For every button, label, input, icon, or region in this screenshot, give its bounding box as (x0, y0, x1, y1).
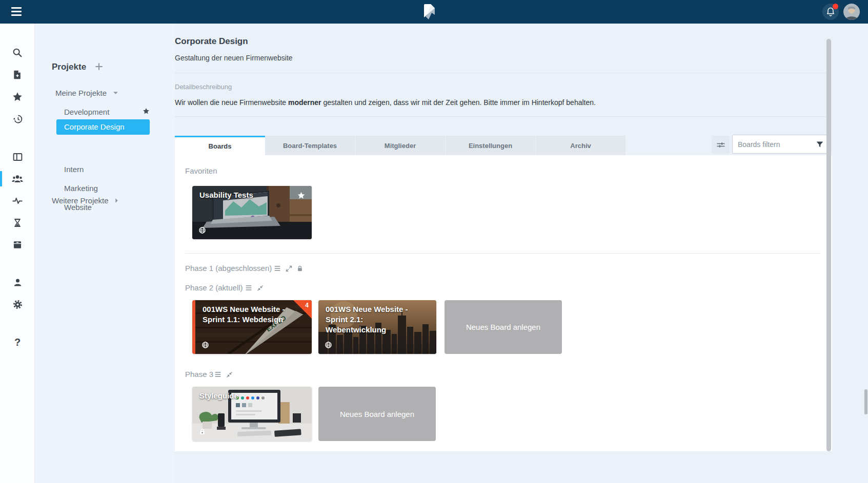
board-tabs: Boards Board-Templates Mitglieder Einste… (175, 136, 626, 155)
favorites-star-icon[interactable] (10, 89, 25, 104)
history-icon[interactable] (10, 111, 25, 127)
new-board-button-phase2[interactable]: Neues Board anlegen (445, 300, 562, 354)
filter-funnel-icon[interactable] (815, 140, 824, 149)
tab-archiv[interactable]: Archiv (536, 136, 626, 155)
menu-icon[interactable] (11, 7, 22, 16)
section-label-favoriten: Favoriten (185, 166, 217, 175)
list-icon[interactable] (214, 370, 222, 379)
project-description: Wir wollen die neue Firmenwebsite modern… (175, 98, 596, 107)
pin-logo (422, 4, 436, 20)
collapse-icon[interactable] (226, 371, 233, 379)
board-card-title: 001WS Neue Website - Sprint 2.1: Webentw… (326, 304, 423, 335)
phase3-header-icons (214, 370, 233, 379)
active-rail-indicator (0, 171, 2, 186)
icon-rail: ? (0, 24, 35, 483)
search-icon[interactable] (10, 45, 25, 60)
archive-icon[interactable] (10, 237, 25, 253)
notification-bell-button[interactable] (822, 4, 839, 20)
sidebar-item-corporate-design[interactable]: Corporate Design (56, 119, 150, 135)
create-document-icon[interactable] (10, 67, 25, 82)
project-star-icon[interactable] (142, 107, 150, 115)
lock-icon[interactable] (296, 265, 304, 272)
page-scrollbar[interactable] (864, 389, 867, 414)
sidebar-item-development[interactable]: Development (64, 108, 109, 116)
divider (175, 73, 832, 73)
notification-badge (833, 4, 838, 9)
chevron-down-icon (113, 91, 118, 95)
tab-einstellungen[interactable]: Einstellungen (446, 136, 536, 155)
favorite-star-icon[interactable] (297, 191, 306, 200)
tab-board-templates[interactable]: Board-Templates (265, 136, 355, 155)
profile-icon[interactable] (10, 275, 25, 290)
lock-icon (198, 428, 206, 436)
list-icon[interactable] (273, 264, 281, 272)
board-card-sprint-2-1[interactable]: 001WS Neue Website - Sprint 2.1: Webentw… (318, 300, 436, 354)
board-card-usability-tests[interactable]: Usability Tests (192, 186, 312, 239)
board-card-styleguide[interactable]: Styleguide (192, 387, 312, 441)
project-group-label: Meine Projekte (55, 89, 107, 97)
board-card-title: 001WS Neue Website - Sprint 1.1: Webdesi… (203, 304, 292, 325)
boards-icon[interactable] (10, 149, 25, 164)
phase1-header-icons (273, 264, 304, 272)
divider (185, 253, 821, 254)
page-title: Corporate Design (175, 36, 248, 47)
add-project-icon[interactable] (94, 61, 104, 72)
list-icon[interactable] (245, 284, 253, 292)
view-options-button[interactable] (712, 136, 730, 154)
expand-icon[interactable] (285, 265, 293, 272)
avatar-image (843, 4, 860, 20)
boards-content: Favoriten (175, 155, 832, 451)
chevron-right-icon (115, 198, 118, 203)
content-scrollbar[interactable] (826, 39, 831, 451)
boards-filter (732, 135, 830, 154)
sidebar-item-intern[interactable]: Intern (64, 165, 84, 174)
globe-icon (325, 341, 332, 349)
projects-panel: Projekte Meine Projekte Development Cons… (35, 24, 175, 483)
tab-boards[interactable]: Boards (175, 136, 265, 155)
activity-icon[interactable] (10, 193, 25, 208)
section-label-phase2: Phase 2 (aktuell) (185, 283, 243, 292)
project-group-toggle[interactable]: Meine Projekte (55, 89, 118, 97)
tune-sliders-icon (716, 140, 726, 150)
divider (175, 116, 832, 117)
section-label-phase1: Phase 1 (abgeschlossen) (185, 264, 272, 272)
collapse-icon[interactable] (256, 284, 264, 292)
notification-count-badge (293, 300, 312, 319)
board-card-title: Styleguide (199, 391, 238, 401)
help-icon[interactable]: ? (10, 334, 25, 350)
page-subtitle: Gestaltung der neuen Firmenwebsite (175, 54, 293, 62)
hourglass-icon[interactable] (10, 215, 25, 230)
sidebar-item-marketing[interactable]: Marketing (64, 184, 98, 193)
team-icon[interactable] (10, 171, 25, 186)
detail-description-label: Detailbeschreibung (175, 83, 232, 91)
globe-icon (201, 341, 209, 349)
section-label-phase3: Phase 3 (185, 370, 213, 379)
boards-filter-input[interactable] (738, 136, 812, 153)
phase2-header-icons (245, 284, 264, 292)
projects-title: Projekte (52, 62, 86, 72)
tab-mitglieder[interactable]: Mitglieder (355, 136, 446, 155)
new-board-button-phase3[interactable]: Neues Board anlegen (318, 387, 436, 441)
globe-icon (198, 226, 206, 234)
top-bar (0, 0, 868, 24)
app-root: ? Projekte Meine Projekte Development Co… (0, 0, 868, 483)
settings-gear-icon[interactable] (10, 297, 25, 312)
user-avatar[interactable] (843, 4, 860, 20)
board-card-sprint-1-1[interactable]: EXPLO 001WS Neue Website - Sprint 1.1: W… (192, 300, 312, 354)
board-card-title: Usability Tests (199, 190, 253, 200)
more-projects-toggle[interactable]: Weitere Projekte (52, 196, 118, 205)
